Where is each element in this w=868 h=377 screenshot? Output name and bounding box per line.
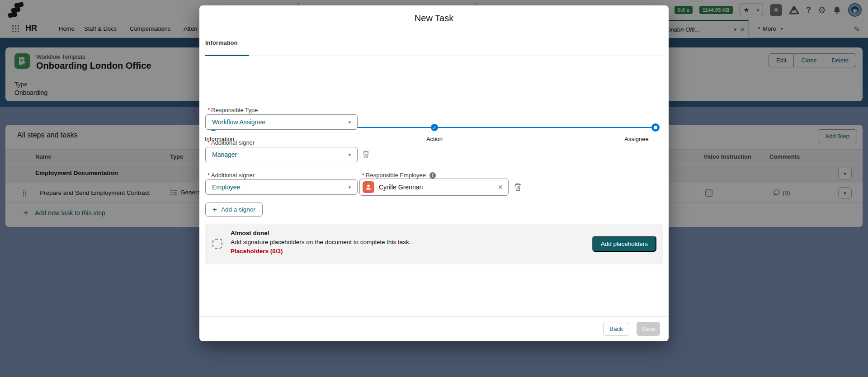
- tab-information[interactable]: Information: [205, 39, 238, 46]
- progress-label-assignee: Assignee: [624, 136, 648, 142]
- responsible-employee-combobox[interactable]: Cyrille Grennan ×: [359, 179, 509, 196]
- employee-avatar-icon: [363, 181, 374, 193]
- divider: [199, 316, 669, 317]
- responsible-type-value: Workflow Assignee: [212, 118, 348, 126]
- chevron-down-icon: ▾: [348, 152, 351, 158]
- placeholders-counter: Placeholders (0/3): [231, 248, 283, 254]
- progress-label-action: Action: [426, 136, 443, 142]
- chevron-down-icon: ▾: [348, 184, 351, 190]
- progress-indicator: ✓ ✓ Information Action Assignee: [199, 56, 669, 97]
- add-placeholders-button[interactable]: Add placeholders: [592, 236, 656, 252]
- required-asterisk: *: [362, 172, 364, 179]
- responsible-type-select[interactable]: Workflow Assignee ▾: [205, 114, 358, 130]
- chevron-down-icon: ▾: [348, 119, 351, 125]
- modal-tabset: Information: [199, 31, 669, 56]
- responsible-employee-value: Cyrille Grennan: [379, 184, 493, 191]
- screen: EPT: 0.6 s 1144.95 KB ★ ▾ + ? ⚙: [0, 0, 868, 377]
- additional-signer-2-value: Employee: [212, 184, 348, 191]
- delete-signer-1-trash-icon[interactable]: [362, 150, 370, 160]
- save-button[interactable]: Save: [637, 322, 660, 336]
- responsible-type-label: *Responsible Type: [208, 107, 258, 113]
- delete-signer-2-trash-icon[interactable]: [514, 183, 522, 193]
- placeholders-notice-box: Almost done! Add signature placeholders …: [205, 224, 663, 264]
- responsible-employee-label: *Responsible Employee i: [362, 172, 436, 179]
- plus-icon: +: [212, 205, 217, 214]
- new-task-modal: New Task Information ✓ ✓ Information Act…: [199, 5, 669, 341]
- clear-selection-icon[interactable]: ×: [498, 183, 503, 191]
- modal-title: New Task: [199, 5, 669, 31]
- additional-signer-2-label: *Additional signer: [208, 172, 255, 179]
- info-icon[interactable]: i: [429, 172, 436, 179]
- back-button[interactable]: Back: [603, 322, 629, 336]
- required-asterisk: *: [208, 139, 210, 146]
- additional-signer-2-select[interactable]: Employee ▾: [205, 179, 358, 195]
- required-asterisk: *: [208, 172, 210, 179]
- notice-body: Add signature placeholders on the docume…: [231, 239, 411, 245]
- add-signer-label: Add a signer: [221, 206, 255, 213]
- additional-signer-1-select[interactable]: Manager ▾: [205, 147, 358, 162]
- progress-step-action-check-icon[interactable]: ✓: [431, 124, 438, 131]
- additional-signer-1-value: Manager: [212, 151, 348, 158]
- notice-heading: Almost done!: [231, 230, 269, 236]
- additional-signer-1-label: *Additional signer: [208, 139, 255, 146]
- placeholder-dashed-icon: [212, 239, 222, 249]
- progress-step-assignee-current[interactable]: [651, 123, 660, 132]
- add-signer-button[interactable]: + Add a signer: [205, 203, 263, 217]
- required-asterisk: *: [208, 107, 210, 113]
